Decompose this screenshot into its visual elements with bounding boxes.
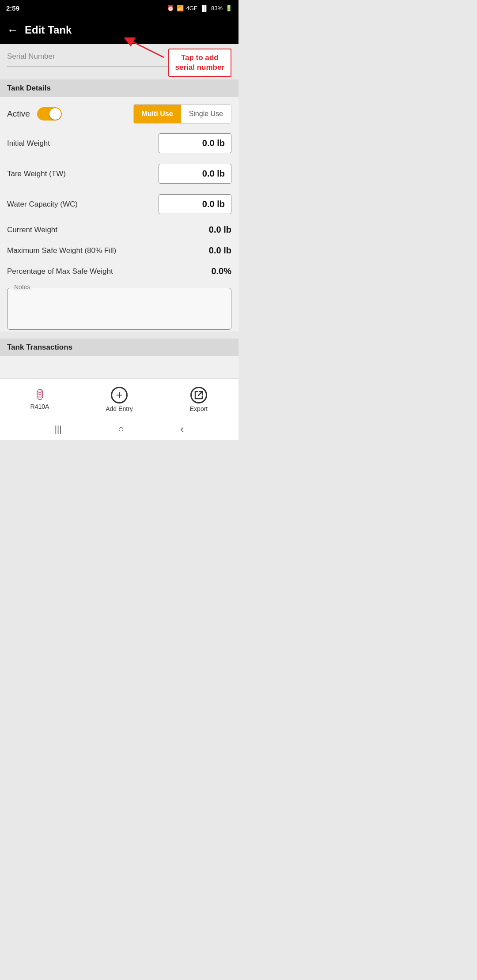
tooltip-annotation: Tap to add serial number bbox=[168, 49, 232, 77]
notes-container: Notes bbox=[7, 288, 231, 332]
initial-weight-row: Initial Weight bbox=[7, 128, 231, 158]
tare-weight-row: Tare Weight (TW) bbox=[7, 158, 231, 189]
notes-input[interactable] bbox=[7, 288, 231, 330]
max-safe-weight-row: Maximum Safe Weight (80% Fill) 0.0 lb bbox=[7, 240, 231, 261]
tank-details-header: Tank Details bbox=[0, 79, 238, 97]
nav-export[interactable]: Export bbox=[181, 387, 216, 412]
active-toggle[interactable] bbox=[37, 107, 62, 121]
nav-r410a[interactable]: 🛢 R410A bbox=[22, 389, 57, 410]
use-toggle[interactable]: Multi Use Single Use bbox=[133, 104, 232, 124]
nav-add-entry-label: Add Entry bbox=[106, 405, 132, 412]
tare-weight-label: Tare Weight (TW) bbox=[7, 170, 159, 178]
current-weight-label: Current Weight bbox=[7, 226, 209, 234]
active-row: Active Multi Use Single Use bbox=[7, 97, 231, 128]
tare-weight-input[interactable] bbox=[159, 164, 231, 184]
nav-r410a-label: R410A bbox=[30, 403, 49, 410]
form-body: Active Multi Use Single Use Initial Weig… bbox=[0, 97, 238, 332]
nav-export-label: Export bbox=[190, 405, 208, 412]
battery-label: 83% bbox=[211, 5, 223, 11]
single-use-button[interactable]: Single Use bbox=[181, 105, 231, 123]
android-back-button[interactable]: ‹ bbox=[180, 423, 184, 435]
export-icon bbox=[190, 387, 207, 403]
percentage-value: 0.0% bbox=[211, 266, 231, 276]
svg-line-2 bbox=[198, 392, 202, 396]
multi-use-button[interactable]: Multi Use bbox=[134, 105, 181, 123]
tooltip-arrow bbox=[120, 35, 168, 62]
tooltip-text-line2: serial number bbox=[175, 63, 225, 72]
alarm-icon: ⏰ bbox=[167, 5, 174, 11]
status-bar: 2:59 ⏰ 📶 4GE ▐▌ 83% 🔋 bbox=[0, 0, 238, 16]
tank-icon: 🛢 bbox=[34, 389, 46, 401]
percentage-row: Percentage of Max Safe Weight 0.0% bbox=[7, 261, 231, 282]
serial-number-label: Serial Number bbox=[7, 52, 55, 60]
serial-number-section[interactable]: Serial Number Tap to add serial number bbox=[0, 44, 238, 79]
status-time: 2:59 bbox=[6, 4, 19, 12]
svg-line-1 bbox=[129, 40, 164, 57]
back-button[interactable]: ← bbox=[7, 23, 19, 37]
initial-weight-label: Initial Weight bbox=[7, 139, 159, 148]
page-title: Edit Tank bbox=[25, 24, 72, 36]
tank-transactions-body bbox=[0, 356, 238, 378]
toggle-knob bbox=[49, 108, 61, 120]
water-capacity-label: Water Capacity (WC) bbox=[7, 200, 159, 209]
notes-label: Notes bbox=[12, 283, 32, 290]
current-weight-row: Current Weight 0.0 lb bbox=[7, 219, 231, 240]
bottom-nav: 🛢 R410A + Add Entry Export bbox=[0, 378, 238, 418]
max-safe-weight-value: 0.0 lb bbox=[209, 245, 231, 256]
lte-label: 4GE bbox=[186, 5, 198, 11]
status-right: ⏰ 📶 4GE ▐▌ 83% 🔋 bbox=[167, 5, 232, 11]
tank-transactions-header: Tank Transactions bbox=[0, 339, 238, 356]
wifi-icon: 📶 bbox=[177, 5, 184, 11]
percentage-label: Percentage of Max Safe Weight bbox=[7, 267, 211, 276]
tooltip-text-line1: Tap to add bbox=[175, 53, 225, 63]
battery-icon: 🔋 bbox=[225, 5, 232, 11]
water-capacity-input[interactable] bbox=[159, 194, 231, 214]
android-menu-button[interactable]: ||| bbox=[55, 424, 62, 434]
tooltip-box: Tap to add serial number bbox=[168, 49, 232, 77]
android-nav: ||| ○ ‹ bbox=[0, 418, 238, 440]
max-safe-weight-label: Maximum Safe Weight (80% Fill) bbox=[7, 246, 209, 255]
initial-weight-input[interactable] bbox=[159, 133, 231, 153]
active-label: Active bbox=[7, 109, 30, 119]
active-left: Active bbox=[7, 107, 62, 121]
water-capacity-row: Water Capacity (WC) bbox=[7, 189, 231, 219]
current-weight-value: 0.0 lb bbox=[209, 225, 231, 235]
android-home-button[interactable]: ○ bbox=[118, 423, 124, 435]
signal-icon: ▐▌ bbox=[201, 5, 208, 11]
nav-add-entry[interactable]: + Add Entry bbox=[102, 387, 137, 412]
add-entry-icon: + bbox=[111, 387, 128, 403]
